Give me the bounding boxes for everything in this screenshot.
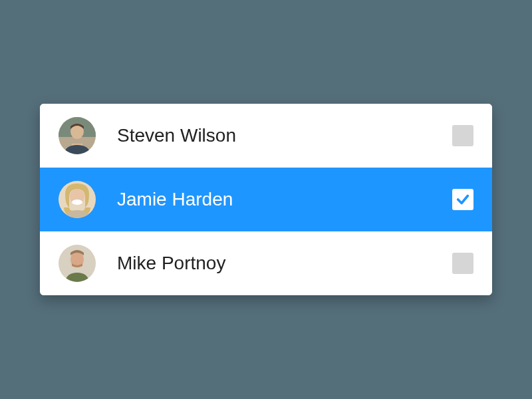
- checkbox-unchecked[interactable]: [452, 253, 473, 274]
- checkbox-unchecked[interactable]: [452, 125, 473, 146]
- check-icon: [456, 192, 470, 207]
- svg-point-6: [72, 200, 82, 205]
- avatar: [59, 245, 96, 282]
- avatar: [59, 117, 96, 154]
- contact-name: Steven Wilson: [117, 125, 452, 146]
- avatar: [59, 181, 96, 218]
- list-item[interactable]: Mike Portnoy: [40, 231, 492, 295]
- list-item[interactable]: Jamie Harden: [40, 168, 492, 231]
- contact-name: Jamie Harden: [117, 189, 452, 210]
- checkbox-checked[interactable]: [452, 189, 473, 210]
- contact-name: Mike Portnoy: [117, 253, 452, 274]
- contact-list-card: Steven Wilson Jamie Harden: [40, 104, 492, 295]
- list-item[interactable]: Steven Wilson: [40, 104, 492, 168]
